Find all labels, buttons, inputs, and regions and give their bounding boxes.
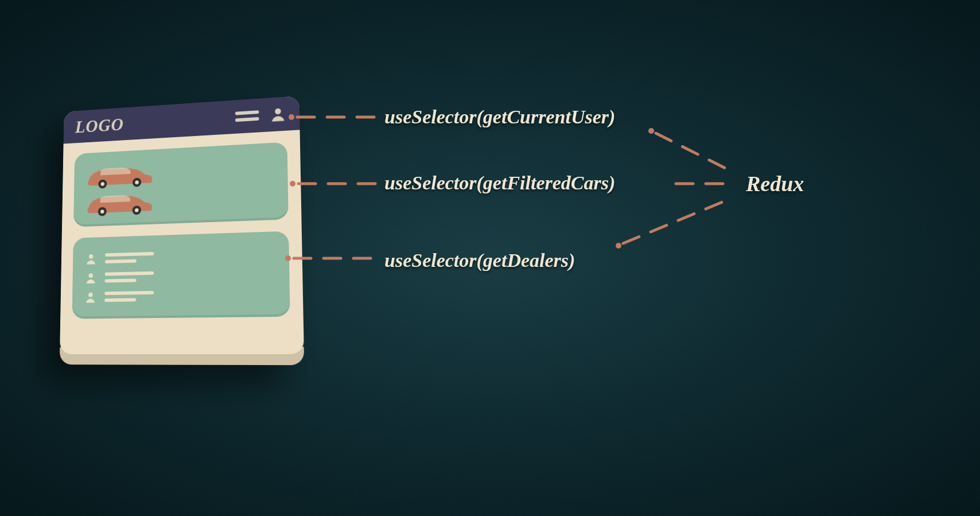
app-logo: LOGO	[75, 107, 225, 137]
svg-point-0	[275, 108, 281, 114]
placeholder-lines	[105, 252, 154, 263]
user-icon	[84, 290, 97, 304]
svg-point-11	[88, 293, 93, 297]
selector-label-cars: useSelector(getFilteredCars)	[384, 172, 615, 194]
menu-icon	[235, 110, 259, 122]
dealers-panel	[72, 231, 290, 319]
app-header: LOGO	[64, 96, 300, 144]
svg-point-10	[88, 273, 93, 278]
placeholder-lines	[104, 291, 154, 302]
svg-line-19	[656, 133, 733, 172]
list-item	[84, 247, 276, 266]
list-item	[84, 267, 277, 285]
user-icon	[84, 271, 98, 285]
svg-point-9	[89, 254, 94, 259]
selector-label-user: useSelector(getCurrentUser)	[384, 106, 615, 128]
diagram-stage: LOGO	[0, 0, 980, 516]
cars-panel	[73, 142, 289, 227]
redux-store-label: Redux	[746, 171, 804, 196]
user-icon	[269, 105, 287, 123]
svg-line-22	[623, 197, 733, 243]
svg-point-21	[616, 243, 621, 249]
selector-label-dealers: useSelector(getDealers)	[384, 250, 575, 271]
svg-point-18	[648, 128, 654, 134]
placeholder-lines	[104, 271, 154, 283]
user-icon	[84, 252, 98, 266]
app-mockup: LOGO	[55, 100, 301, 353]
list-item	[84, 287, 277, 304]
